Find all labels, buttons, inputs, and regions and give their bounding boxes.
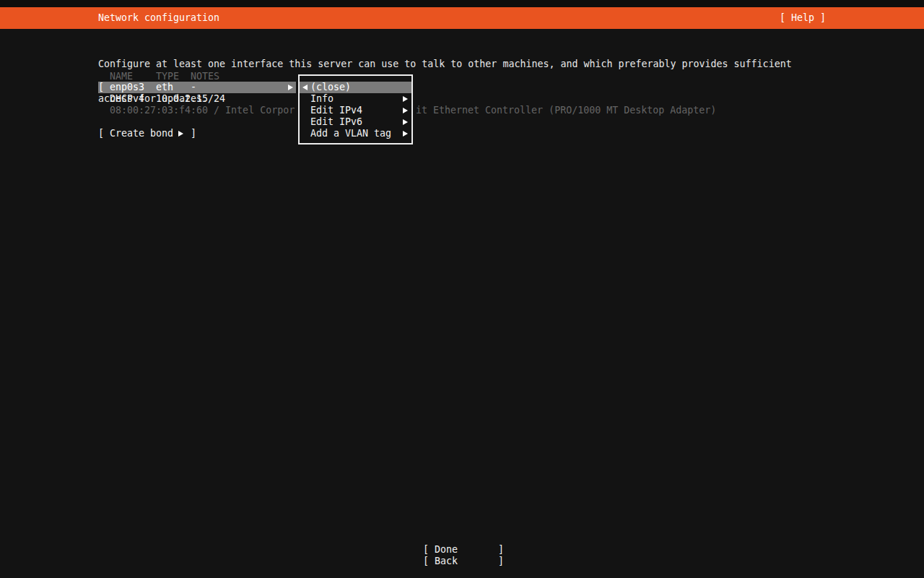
interface-hw-info-right: it Ethernet Controller (PRO/1000 MT Desk… <box>416 105 716 116</box>
row-open-bracket: [ <box>98 82 104 93</box>
menu-item-label: (close) <box>310 82 351 93</box>
menu-close-arrow-icon <box>302 85 308 90</box>
done-button[interactable]: [ Done ] <box>423 544 504 556</box>
back-button[interactable]: [ Back ] <box>423 556 504 567</box>
submenu-arrow-icon <box>403 131 408 137</box>
interface-name: enp0s3 <box>110 82 144 93</box>
create-bond-label: Create bond <box>110 128 173 139</box>
interface-context-menu: (close) Info Edit IPv4 Edit IPv6 Add a V… <box>298 74 413 144</box>
column-header-name: NAME <box>110 71 133 82</box>
menu-item-label: Edit IPv6 <box>310 116 362 128</box>
page-title: Network configuration <box>98 7 219 29</box>
create-bond-arrow-icon <box>178 131 183 137</box>
menu-item-label: Add a VLAN tag <box>310 128 391 139</box>
help-button[interactable]: [ Help ] <box>780 7 826 29</box>
menu-item-edit-ipv6[interactable]: Edit IPv6 <box>300 116 411 128</box>
top-strip <box>0 0 924 7</box>
menu-item-label: Edit IPv4 <box>310 105 362 116</box>
interface-row-enp0s3[interactable]: [ enp0s3 eth - <box>98 82 296 93</box>
create-bond-open-bracket: [ <box>98 128 104 139</box>
menu-item-label: Info <box>310 93 334 105</box>
installer-screen: Network configuration [ Help ] Configure… <box>0 0 924 578</box>
interface-type: eth <box>156 82 173 93</box>
row-expand-arrow-icon <box>288 85 293 90</box>
instructions-line-1: Configure at least one interface this se… <box>98 59 827 70</box>
menu-item-add-vlan-tag[interactable]: Add a VLAN tag <box>300 128 411 139</box>
dhcp-address: 10.0.2.15/24 <box>156 93 225 105</box>
interface-hw-info-left: 08:00:27:03:f4:60 / Intel Corpor <box>110 105 295 116</box>
create-bond-button[interactable]: [ Create bond ] <box>98 128 202 139</box>
column-header-notes: NOTES <box>191 71 219 82</box>
dhcp-label: DHCPv4 <box>110 93 144 105</box>
title-bar: Network configuration [ Help ] <box>0 7 924 29</box>
menu-item-close[interactable]: (close) <box>300 82 411 93</box>
column-header-type: TYPE <box>156 71 179 82</box>
submenu-arrow-icon <box>403 96 408 102</box>
menu-item-info[interactable]: Info <box>300 93 411 105</box>
interface-notes: - <box>191 82 196 93</box>
menu-item-edit-ipv4[interactable]: Edit IPv4 <box>300 105 411 116</box>
submenu-arrow-icon <box>403 119 408 125</box>
create-bond-close-bracket: ] <box>191 128 196 139</box>
table-header: NAME TYPE NOTES <box>98 71 300 82</box>
submenu-arrow-icon <box>403 108 408 113</box>
